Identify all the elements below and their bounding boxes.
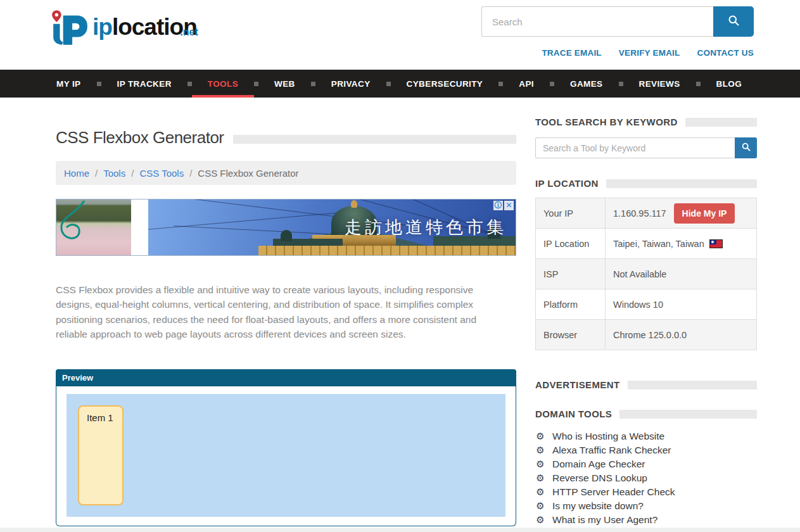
nav-item-my-ip[interactable]: MY IP [41, 70, 97, 98]
nav-separator [97, 82, 101, 86]
table-row: ISP Not Available [536, 259, 757, 289]
nav-separator [254, 82, 258, 86]
logo-net-label: .net [180, 14, 198, 51]
preview-body: Item 1 [56, 386, 516, 526]
domain-tools-list: ⚙Who is Hosting a Website ⚙Alexa Traffic… [535, 429, 757, 527]
page-title: CSS Flexbox Generator [56, 128, 224, 148]
nav-item-blog[interactable]: BLOG [701, 70, 758, 98]
heading-decorative-bar [685, 118, 757, 127]
ad-overlay-text: 走訪地道特色市集 [345, 216, 507, 239]
breadcrumb-home[interactable]: Home [64, 168, 89, 179]
ad-close-icon[interactable]: ✕ [504, 201, 514, 210]
gear-icon: ⚙ [535, 488, 545, 497]
nav-item-reviews[interactable]: REVIEWS [623, 70, 696, 98]
nav-item-games[interactable]: GAMES [554, 70, 619, 98]
search-icon [727, 14, 740, 29]
ad-info-icon[interactable]: ⓘ [493, 201, 503, 210]
domain-tools-heading: DOMAIN TOOLS [535, 408, 757, 419]
search-icon [741, 142, 751, 154]
list-item[interactable]: ⚙Who is Hosting a Website [535, 429, 757, 443]
breadcrumb-tools[interactable]: Tools [103, 168, 125, 179]
page-bottom-strip [0, 528, 800, 532]
preview-title: Preview [62, 373, 93, 383]
site-header: iplocation.net TRACE EMAIL VERIFY EMAIL … [0, 0, 800, 70]
list-item[interactable]: ⚙HTTP Server Header Check [535, 485, 757, 499]
nav-separator [311, 82, 315, 86]
nav-separator [386, 82, 391, 86]
list-item[interactable]: ⚙What is my User Agent? [535, 513, 757, 527]
hide-my-ip-button[interactable]: Hide My IP [674, 203, 735, 224]
isp-value: Not Available [606, 259, 757, 289]
ad-right-image: 走訪地道特色市集 ⓘ ✕ [148, 200, 516, 255]
tool-description: CSS Flexbox provides a flexible and intu… [56, 282, 503, 341]
tool-search-input[interactable] [535, 137, 735, 158]
breadcrumb-css-tools[interactable]: CSS Tools [139, 168, 184, 179]
breadcrumb-current: CSS Flexbox Generator [198, 168, 298, 179]
taiwan-flag-icon [709, 239, 723, 248]
heading-decorative-bar [606, 179, 757, 188]
header-links: TRACE EMAIL VERIFY EMAIL CONTACT US [481, 48, 754, 58]
tool-search-button[interactable] [735, 137, 757, 158]
list-item[interactable]: ⚙Domain Age Checker [535, 457, 757, 471]
preview-panel: Preview Item 1 [56, 369, 516, 526]
table-row: Your IP 1.160.95.117 Hide My IP [536, 198, 757, 229]
gear-icon: ⚙ [535, 432, 545, 441]
site-search-input[interactable] [481, 6, 713, 37]
title-decorative-bar [233, 135, 516, 144]
row-label: Your IP [536, 198, 606, 229]
verify-email-link[interactable]: VERIFY EMAIL [619, 48, 680, 58]
main-nav: MY IP IP TRACKER TOOLS WEB PRIVACY CYBER… [0, 70, 800, 98]
gear-icon: ⚙ [535, 460, 545, 469]
ip-location-heading: IP LOCATION [535, 178, 757, 189]
gear-icon: ⚙ [535, 516, 545, 525]
table-row: Platform Windows 10 [536, 289, 757, 320]
logo-text: iplocation.net [92, 9, 197, 46]
nav-item-ip-tracker[interactable]: IP TRACKER [101, 70, 187, 98]
ip-pin-logo-icon [49, 9, 91, 49]
trace-email-link[interactable]: TRACE EMAIL [542, 48, 601, 58]
ip-location-value: Taipei, Taiwan, Taiwan [613, 239, 704, 249]
row-label: Platform [536, 289, 606, 320]
nav-item-api[interactable]: API [503, 70, 550, 98]
nav-separator [187, 82, 192, 86]
ip-location-table: Your IP 1.160.95.117 Hide My IP IP Locat… [535, 198, 757, 350]
sidebar: TOOL SEARCH BY KEYWORD IP LOCATION Your … [535, 98, 757, 527]
ad-left-image [56, 200, 131, 255]
nav-separator [696, 82, 701, 86]
breadcrumb-separator: / [95, 168, 98, 179]
platform-value: Windows 10 [606, 289, 757, 320]
table-row: Browser Chrome 125.0.0.0 [536, 320, 757, 350]
nav-item-tools[interactable]: TOOLS [192, 70, 254, 98]
nav-item-web[interactable]: WEB [258, 70, 311, 98]
browser-value: Chrome 125.0.0.0 [606, 320, 757, 350]
list-item[interactable]: ⚙Is my website down? [535, 499, 757, 513]
breadcrumb-separator: / [131, 168, 134, 179]
your-ip-value: 1.160.95.117 [613, 208, 666, 218]
row-label: Browser [536, 320, 606, 350]
advertisement-heading: ADVERTISEMENT [535, 379, 757, 390]
nav-item-cybersecurity[interactable]: CYBERSECURITY [391, 70, 499, 98]
site-logo[interactable]: iplocation.net [49, 9, 197, 70]
ad-banner[interactable]: 走訪地道特色市集 ⓘ ✕ [56, 199, 516, 256]
preview-panel-header: Preview [56, 369, 516, 386]
nav-separator [550, 82, 554, 86]
site-search-button[interactable] [713, 6, 754, 37]
breadcrumb: Home / Tools / CSS Tools / CSS Flexbox G… [56, 161, 516, 185]
gear-icon: ⚙ [535, 502, 545, 511]
nav-separator [619, 82, 623, 86]
heading-decorative-bar [628, 381, 757, 390]
gear-icon: ⚙ [535, 446, 545, 455]
flexbox-preview-item[interactable]: Item 1 [78, 405, 124, 505]
row-label: ISP [536, 259, 606, 289]
table-row: IP Location Taipei, Taiwan, Taiwan [536, 229, 757, 259]
list-item[interactable]: ⚙Reverse DNS Lookup [535, 471, 757, 485]
flexbox-preview-container: Item 1 [67, 394, 505, 517]
list-item[interactable]: ⚙Alexa Traffic Rank Checker [535, 443, 757, 457]
tool-search-heading: TOOL SEARCH BY KEYWORD [535, 117, 757, 127]
heading-decorative-bar [619, 410, 757, 419]
nav-separator [498, 82, 503, 86]
row-label: IP Location [536, 229, 606, 259]
nav-item-privacy[interactable]: PRIVACY [315, 70, 386, 98]
contact-us-link[interactable]: CONTACT US [697, 48, 754, 58]
breadcrumb-separator: / [189, 168, 192, 179]
